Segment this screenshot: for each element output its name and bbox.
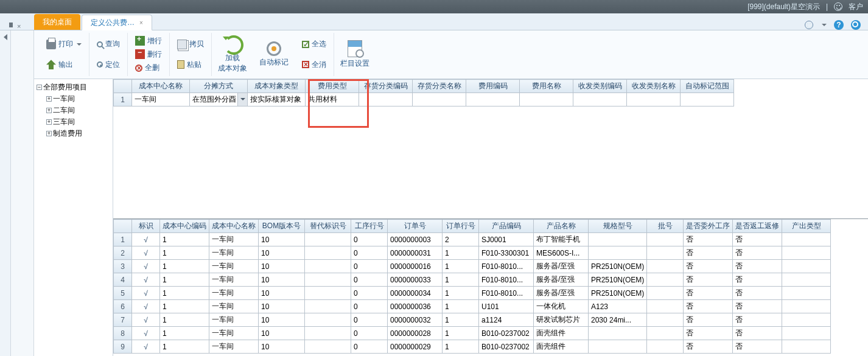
cell[interactable] [782,327,831,340]
cell[interactable]: 10 [259,287,305,300]
cell-mark[interactable]: √ [132,273,160,287]
cell[interactable]: 一车间 [209,260,259,273]
table-row[interactable]: 4√1一车间10000000000331F010-8010...服务器/至强PR… [114,273,831,287]
cell[interactable]: 一体化机 [534,300,589,313]
col-header[interactable]: 订单号 [388,220,443,233]
cell[interactable] [782,273,831,287]
col-header[interactable]: 是否返工返修 [733,220,782,233]
cell[interactable] [589,340,647,354]
cell[interactable]: 0000000034 [388,287,443,300]
query-button[interactable]: 查询 [94,38,122,51]
cell[interactable]: PR2510N(OEM) [589,260,647,273]
cell[interactable]: 否 [684,300,733,313]
col-header[interactable]: 产品编码 [479,220,534,233]
cell[interactable]: 布丁智能手机 [534,233,589,246]
help-icon[interactable]: ? [834,20,844,30]
cell[interactable]: 否 [733,233,782,246]
cell[interactable] [647,300,684,313]
col-header[interactable]: 收发类别编码 [573,80,627,93]
cell[interactable]: SJ0001 [479,233,534,246]
tree-toggle-icon[interactable]: − [37,85,42,90]
cell-empty[interactable] [627,93,681,106]
table-row[interactable]: 7√1一车间10000000000321a1124研发试制芯片2030 24mi… [114,313,831,327]
row-num[interactable]: 3 [114,260,132,273]
row-num[interactable]: 4 [114,273,132,287]
locate-button[interactable]: 定位 [94,58,122,71]
cell-empty[interactable] [520,93,573,106]
cell[interactable]: 否 [684,273,733,287]
cell[interactable] [305,260,351,273]
paste-button[interactable]: 粘贴 [175,58,206,71]
table-row[interactable]: 6√1一车间10000000000361U101一体化机A123否否 [114,300,831,313]
cell[interactable]: F010-3300301 [479,246,534,260]
col-header[interactable]: 成本中心编码 [160,220,209,233]
cell[interactable]: 1 [160,300,209,313]
cell-empty[interactable] [681,93,734,106]
cell[interactable]: 否 [684,246,733,260]
uncheckall-button[interactable]: 全消 [299,58,329,71]
col-header[interactable]: 订单行号 [443,220,479,233]
tree-item-1[interactable]: +二车间 [46,105,110,116]
cell[interactable]: 0 [351,233,388,246]
cell[interactable]: 一车间 [209,233,259,246]
cell[interactable]: 0 [351,327,388,340]
cell[interactable]: 10 [259,273,305,287]
cell[interactable]: 一车间 [209,246,259,260]
automark-button[interactable]: 自动标记 [253,33,295,76]
cell[interactable]: 0000000028 [388,327,443,340]
cell[interactable]: 1 [443,273,479,287]
col-header[interactable]: 费用名称 [520,80,573,93]
cell[interactable]: 否 [733,246,782,260]
colset-button[interactable]: 栏目设置 [334,33,376,76]
cell[interactable]: 否 [684,340,733,354]
col-header[interactable]: 替代标识号 [305,220,351,233]
grid-top[interactable]: 成本中心名称分摊方式成本对象类型费用类型存货分类编码存货分类名称费用编码费用名称… [113,79,868,219]
cell-mark[interactable]: √ [132,327,160,340]
cell[interactable]: 否 [684,313,733,327]
cell[interactable]: 1 [160,327,209,340]
cell[interactable]: F010-8010... [479,260,534,273]
col-header[interactable]: 成本中心名称 [132,80,190,93]
col-header[interactable]: 产出类型 [782,220,831,233]
cell[interactable]: 0000000016 [388,260,443,273]
row-num[interactable]: 5 [114,287,132,300]
cell-empty[interactable] [413,93,466,106]
col-header[interactable]: 自动标记范围 [681,80,734,93]
cell[interactable] [305,327,351,340]
col-header[interactable]: 费用类型 [306,80,359,93]
cell[interactable] [782,246,831,260]
cell[interactable]: 1 [443,287,479,300]
col-header[interactable]: 分摊方式 [190,80,248,93]
cell-empty[interactable] [466,93,520,106]
cell[interactable]: A123 [589,300,647,313]
load-button[interactable]: 加载 成本对象 [212,33,253,76]
grid-bottom[interactable]: 标识成本中心编码成本中心名称BOM版本号替代标识号工序行号订单号订单行号产品编码… [113,219,868,356]
cell[interactable]: 服务器/至强 [534,273,589,287]
col-header[interactable]: 是否委外工序 [684,220,733,233]
cell[interactable]: 1 [443,313,479,327]
cell[interactable]: PR2510N(OEM) [589,273,647,287]
cell[interactable] [305,246,351,260]
tree-toggle-icon[interactable]: + [46,131,52,136]
cell[interactable]: 否 [733,340,782,354]
cell[interactable]: 一车间 [209,327,259,340]
row-num[interactable]: 1 [114,93,132,106]
cell[interactable]: 0 [351,313,388,327]
cell[interactable]: 10 [259,340,305,354]
cell[interactable]: 服务器/至强 [534,260,589,273]
cell[interactable] [647,260,684,273]
table-row[interactable]: 9√1一车间10000000000291B010-0237002面壳组件否否 [114,340,831,354]
cell[interactable]: MES600S-I... [534,246,589,260]
row-num[interactable]: 6 [114,300,132,313]
cell[interactable]: 0000000003 [388,233,443,246]
cell[interactable]: 否 [733,327,782,340]
col-header[interactable]: 存货分类名称 [413,80,466,93]
cell-mark[interactable]: √ [132,287,160,300]
cell[interactable]: 否 [733,313,782,327]
cell[interactable]: 否 [684,233,733,246]
cell-feetype[interactable]: 共用材料 [306,93,359,106]
cell[interactable]: F010-8010... [479,273,534,287]
col-header[interactable]: 批号 [647,220,684,233]
cell[interactable]: 10 [259,327,305,340]
cell[interactable]: 研发试制芯片 [534,313,589,327]
